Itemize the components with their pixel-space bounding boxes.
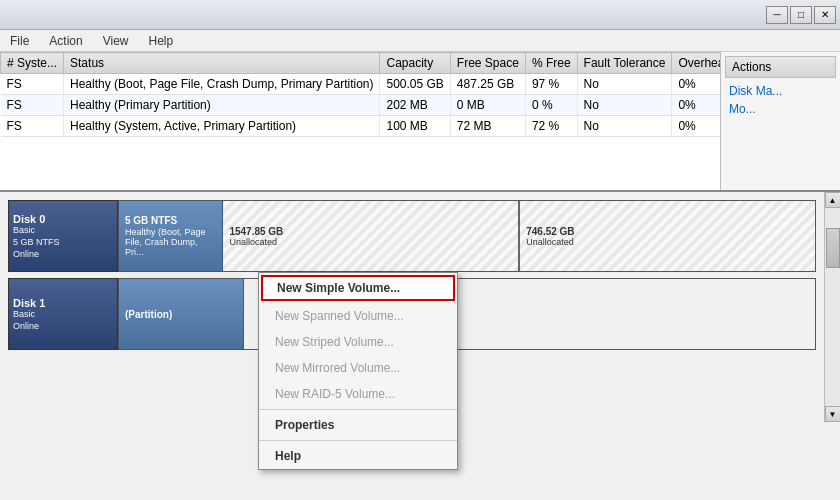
row1-pct-free: 0 %: [525, 95, 577, 116]
disk0-status: Online: [13, 249, 113, 259]
disk1-type: Basic: [13, 309, 113, 319]
table-row[interactable]: FS Healthy (System, Active, Primary Part…: [1, 116, 721, 137]
actions-panel: Actions Disk Ma... Mo...: [720, 52, 840, 190]
disk1-segments: (Partition): [118, 278, 816, 350]
scrollbar[interactable]: ▲ ▼: [824, 192, 840, 422]
scroll-track[interactable]: [825, 208, 840, 406]
ctx-separator-1: [259, 409, 457, 410]
disk0-seg-system[interactable]: 5 GB NTFS Healthy (Boot, Page File, Cras…: [119, 201, 223, 271]
row2-system: FS: [1, 116, 64, 137]
disk0-seg-unalloc1[interactable]: 1547.85 GB Unallocated: [223, 201, 520, 271]
row2-overhead: 0%: [672, 116, 720, 137]
ctx-new-raid5-volume: New RAID-5 Volume...: [259, 381, 457, 407]
ctx-new-spanned-volume: New Spanned Volume...: [259, 303, 457, 329]
row0-overhead: 0%: [672, 74, 720, 95]
row1-overhead: 0%: [672, 95, 720, 116]
actions-link-more[interactable]: Mo...: [725, 100, 836, 118]
minimize-button[interactable]: ─: [766, 6, 788, 24]
context-menu: New Simple Volume... New Spanned Volume.…: [258, 272, 458, 470]
row1-fault-tolerance: No: [577, 95, 672, 116]
disk0-segments: 5 GB NTFS Healthy (Boot, Page File, Cras…: [118, 200, 816, 272]
menu-action[interactable]: Action: [43, 32, 88, 50]
table-row[interactable]: FS Healthy (Primary Partition) 202 MB 0 …: [1, 95, 721, 116]
row1-status: Healthy (Primary Partition): [64, 95, 380, 116]
menu-bar: File Action View Help: [0, 30, 840, 52]
disk1-label: Disk 1 Basic Online: [8, 278, 118, 350]
row2-free-space: 72 MB: [450, 116, 525, 137]
close-button[interactable]: ✕: [814, 6, 836, 24]
disk0-seg-unalloc2-type: Unallocated: [526, 237, 809, 247]
disk0-seg-unalloc2[interactable]: 746.52 GB Unallocated: [520, 201, 815, 271]
top-section: # Syste... Status Capacity Free Space % …: [0, 52, 840, 192]
disk0-title: Disk 0: [13, 213, 113, 225]
ctx-properties[interactable]: Properties: [259, 412, 457, 438]
disk0-size: 5 GB NTFS: [13, 237, 113, 247]
disk0-label: Disk 0 Basic 5 GB NTFS Online: [8, 200, 118, 272]
row2-pct-free: 72 %: [525, 116, 577, 137]
actions-header: Actions: [725, 56, 836, 78]
ctx-separator-2: [259, 440, 457, 441]
ctx-new-simple-volume[interactable]: New Simple Volume...: [261, 275, 455, 301]
volume-table: # Syste... Status Capacity Free Space % …: [0, 52, 720, 137]
row1-free-space: 0 MB: [450, 95, 525, 116]
row2-capacity: 100 MB: [380, 116, 450, 137]
disk1-status: Online: [13, 321, 113, 331]
row1-system: FS: [1, 95, 64, 116]
disk0-seg-system-title: 5 GB NTFS: [125, 215, 216, 226]
maximize-button[interactable]: □: [790, 6, 812, 24]
row2-status: Healthy (System, Active, Primary Partiti…: [64, 116, 380, 137]
disk0-row: Disk 0 Basic 5 GB NTFS Online 5 GB NTFS …: [8, 200, 816, 272]
col-header-pct-free[interactable]: % Free: [525, 53, 577, 74]
scroll-thumb[interactable]: [826, 228, 840, 268]
col-header-fault-tolerance[interactable]: Fault Tolerance: [577, 53, 672, 74]
row0-fault-tolerance: No: [577, 74, 672, 95]
col-header-system[interactable]: # Syste...: [1, 53, 64, 74]
menu-file[interactable]: File: [4, 32, 35, 50]
disk0-seg-system-health: Healthy (Boot, Page File, Crash Dump, Pr…: [125, 227, 216, 257]
ctx-help[interactable]: Help: [259, 443, 457, 469]
row0-system: FS: [1, 74, 64, 95]
row0-status: Healthy (Boot, Page File, Crash Dump, Pr…: [64, 74, 380, 95]
title-bar: ─ □ ✕: [0, 0, 840, 30]
disk0-type: Basic: [13, 225, 113, 235]
row2-fault-tolerance: No: [577, 116, 672, 137]
actions-link-disk-manager[interactable]: Disk Ma...: [725, 82, 836, 100]
disk1-seg-label: (Partition): [125, 309, 237, 320]
ctx-new-mirrored-volume: New Mirrored Volume...: [259, 355, 457, 381]
bottom-section: Disk 0 Basic 5 GB NTFS Online 5 GB NTFS …: [0, 192, 840, 422]
disk1-seg-partition[interactable]: (Partition): [119, 279, 244, 349]
col-header-overhead[interactable]: Overhead: [672, 53, 720, 74]
scroll-down-button[interactable]: ▼: [825, 406, 841, 422]
col-header-status[interactable]: Status: [64, 53, 380, 74]
disk0-seg-unalloc2-cap: 746.52 GB: [526, 226, 809, 237]
row0-capacity: 500.05 GB: [380, 74, 450, 95]
col-header-free-space[interactable]: Free Space: [450, 53, 525, 74]
row0-free-space: 487.25 GB: [450, 74, 525, 95]
menu-help[interactable]: Help: [143, 32, 180, 50]
disk0-seg-unalloc1-cap: 1547.85 GB: [229, 226, 512, 237]
row1-capacity: 202 MB: [380, 95, 450, 116]
window-controls[interactable]: ─ □ ✕: [766, 6, 836, 24]
ctx-new-striped-volume: New Striped Volume...: [259, 329, 457, 355]
volume-table-area: # Syste... Status Capacity Free Space % …: [0, 52, 720, 190]
disk1-title: Disk 1: [13, 297, 113, 309]
scroll-up-button[interactable]: ▲: [825, 192, 841, 208]
table-row[interactable]: FS Healthy (Boot, Page File, Crash Dump,…: [1, 74, 721, 95]
menu-view[interactable]: View: [97, 32, 135, 50]
disk0-seg-unalloc1-type: Unallocated: [229, 237, 512, 247]
row0-pct-free: 97 %: [525, 74, 577, 95]
col-header-capacity[interactable]: Capacity: [380, 53, 450, 74]
